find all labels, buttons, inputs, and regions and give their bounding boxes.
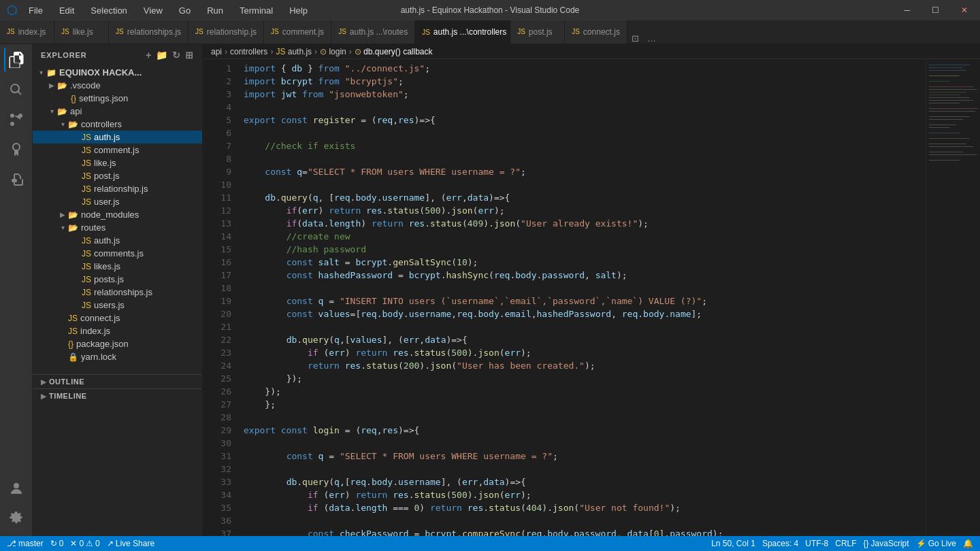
cursor-position[interactable]: Ln 50, Col 1 — [711, 539, 755, 548]
tree-index-js[interactable]: ▶ JS index.js — [33, 324, 202, 337]
activity-explorer[interactable] — [4, 48, 29, 72]
tree-label: controllers — [81, 119, 122, 129]
tree-posts-js[interactable]: ▶ JS posts.js — [33, 273, 202, 286]
menu-go[interactable]: Go — [174, 3, 196, 18]
js-file-icon: JS — [82, 288, 91, 297]
indentation[interactable]: Spaces: 4 — [762, 539, 798, 548]
sidebar-toolbar: + 📁 ↻ ⊞ — [146, 50, 194, 61]
tree-routes-auth[interactable]: ▶ JS auth.js — [33, 234, 202, 247]
menu-help[interactable]: Help — [284, 3, 313, 18]
statusbar: ⎇ master ↻ 0 ✕ 0 ⚠ 0 ↗ Live Share Ln 50,… — [0, 536, 980, 551]
activity-extensions[interactable] — [4, 167, 29, 192]
bc-callback[interactable]: ⊙ db.query() callback — [355, 47, 433, 56]
tab-index[interactable]: JS index.js — [0, 20, 54, 44]
tree-root[interactable]: ▾ 📁 EQUINOX HACKA... — [33, 66, 202, 79]
git-branch[interactable]: ⎇ master — [7, 539, 44, 548]
new-file-icon[interactable]: + — [146, 50, 152, 61]
activity-git[interactable] — [4, 107, 29, 132]
tree-package-json[interactable]: ▶ {} package.json — [33, 337, 202, 350]
collapse-all-icon[interactable]: ⊞ — [185, 50, 194, 61]
code-editor[interactable]: import { db } from "../connect.js"; impo… — [237, 59, 926, 536]
tree-label: auth.js — [94, 235, 120, 246]
tree-like-js[interactable]: ▶ JS like.js — [33, 156, 202, 169]
activity-search[interactable] — [4, 78, 29, 102]
tree-label: node_modules — [81, 210, 139, 220]
activity-accounts[interactable] — [4, 476, 29, 501]
code-line: const hashedPassword = bcrypt.hashSync(r… — [244, 269, 926, 282]
bc-controllers[interactable]: controllers — [230, 47, 267, 56]
code-line — [244, 320, 926, 333]
code-line: const q="SELECT * FROM users WHERE usern… — [244, 165, 926, 178]
tree-auth-js[interactable]: ▶ JS auth.js — [33, 131, 202, 144]
json-file-icon: {} — [68, 339, 74, 349]
tree-comment-js[interactable]: ▶ JS comment.js — [33, 144, 202, 156]
new-folder-icon[interactable]: 📁 — [156, 50, 168, 61]
maximize-button[interactable]: ☐ — [926, 4, 945, 16]
js-icon: JS — [271, 28, 279, 35]
notifications[interactable]: 🔔 — [963, 539, 973, 548]
svg-rect-17 — [929, 108, 978, 109]
tree-relationship-js[interactable]: ▶ JS relationship.js — [33, 182, 202, 195]
tab-connect[interactable]: JS connect.js — [565, 20, 627, 44]
menu-terminal[interactable]: Terminal — [234, 3, 278, 18]
more-tabs-button[interactable]: … — [643, 33, 660, 44]
error-count[interactable]: ✕ 0 ⚠ 0 — [70, 539, 99, 548]
bc-login[interactable]: ⊙ login — [320, 47, 346, 56]
menu-view[interactable]: View — [138, 3, 168, 18]
line-num: 22 — [208, 333, 231, 346]
go-live-button[interactable]: ⚡ Go Live — [916, 539, 956, 548]
split-editor-button[interactable]: ⊡ — [627, 33, 643, 44]
activity-settings[interactable] — [4, 506, 29, 531]
tree-vscode[interactable]: ▶ 📂 .vscode — [33, 79, 202, 92]
tree-user-js[interactable]: ▶ JS user.js — [33, 195, 202, 208]
tab-comment[interactable]: JS comment.js — [264, 20, 331, 44]
outline-toggle[interactable]: ▶ OUTLINE — [33, 375, 202, 388]
js-file-icon: JS — [68, 327, 78, 336]
tab-auth-routes[interactable]: JS auth.js ...​\routes — [331, 20, 415, 44]
refresh-icon[interactable]: ↻ — [172, 50, 181, 61]
tree-label: relationship.js — [94, 184, 148, 194]
tree-likes-js[interactable]: ▶ JS likes.js — [33, 260, 202, 273]
language-mode[interactable]: {} JavaScript — [864, 539, 909, 548]
tree-node-modules[interactable]: ▶ 📂 node_modules — [33, 208, 202, 221]
code-line: if(err) return res.status(500).json(err)… — [244, 204, 926, 217]
tab-like[interactable]: JS like.js — [54, 20, 109, 44]
menu-file[interactable]: File — [23, 3, 48, 18]
menu-edit[interactable]: Edit — [54, 3, 80, 18]
minimize-button[interactable]: ─ — [898, 4, 915, 16]
editor-body: 1 2 3 4 5 6 7 8 9 10 11 12 13 14 15 16 1 — [203, 59, 980, 536]
svg-rect-29 — [929, 160, 960, 161]
js-file-icon: JS — [82, 262, 91, 271]
js-icon: JS — [7, 28, 15, 35]
tree-controllers[interactable]: ▾ 📂 controllers — [33, 118, 202, 131]
tree-api[interactable]: ▾ 📂 api — [33, 105, 202, 118]
line-num: 31 — [208, 450, 231, 463]
tab-auth-controllers[interactable]: JS auth.js ...​\controllers ✕ — [415, 20, 510, 44]
bc-authjs[interactable]: JS auth.js — [276, 47, 312, 56]
bc-api[interactable]: api — [211, 47, 222, 56]
code-line — [244, 127, 926, 139]
tab-post[interactable]: JS post.js — [510, 20, 565, 44]
tree-connect-js[interactable]: ▶ JS connect.js — [33, 312, 202, 324]
tree-comments-js[interactable]: ▶ JS comments.js — [33, 247, 202, 260]
menu-run[interactable]: Run — [201, 3, 229, 18]
sync-status[interactable]: ↻ 0 — [50, 539, 64, 548]
encoding[interactable]: UTF-8 — [805, 539, 828, 548]
tab-relationships[interactable]: JS relationships.js — [109, 20, 189, 44]
menu-selection[interactable]: Selection — [85, 3, 132, 18]
tree-post-js[interactable]: ▶ JS post.js — [33, 169, 202, 182]
tree-relationships-js[interactable]: ▶ JS relationships.js — [33, 286, 202, 299]
line-ending[interactable]: CRLF — [835, 539, 856, 548]
tree-routes[interactable]: ▾ 📂 routes — [33, 221, 202, 234]
activity-debug[interactable] — [4, 137, 29, 162]
close-button[interactable]: ✕ — [956, 4, 973, 16]
live-share-status[interactable]: ↗ Live Share — [107, 539, 154, 548]
line-ending-text: CRLF — [835, 539, 856, 548]
tree-users-js[interactable]: ▶ JS users.js — [33, 299, 202, 312]
tree-settings-json[interactable]: ▶ {} settings.json — [33, 92, 202, 105]
tree-yarn-lock[interactable]: ▶ 🔒 yarn.lock — [33, 350, 202, 363]
live-share-label: Live Share — [116, 539, 154, 548]
timeline-toggle[interactable]: ▶ TIMELINE — [33, 389, 202, 403]
js-file-icon: JS — [82, 146, 91, 155]
tab-relationship[interactable]: JS relationship.js — [189, 20, 264, 44]
